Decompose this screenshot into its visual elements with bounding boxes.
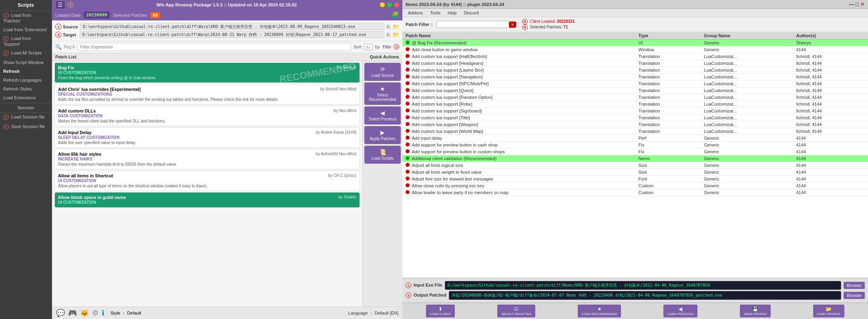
table-row[interactable]: Add custom lua support [Weapon] Translat… bbox=[402, 121, 868, 128]
table-row[interactable]: Add custom lua support [NPC/Mob/Pet] Tra… bbox=[402, 80, 868, 87]
output-patched-browse-btn[interactable]: Browse bbox=[844, 292, 865, 299]
settings-icon[interactable]: ⚙ bbox=[92, 309, 98, 317]
source-copy-btn[interactable]: ⎘ bbox=[387, 24, 390, 30]
load-source-btn[interactable]: ⟳ Load Source bbox=[364, 63, 401, 81]
discord-icon[interactable]: 💬 bbox=[56, 309, 65, 317]
source-browse-btn[interactable]: 📁 bbox=[392, 24, 399, 30]
table-row[interactable]: Add custom lua support [Navigation] Tran… bbox=[402, 74, 868, 80]
target-copy-btn[interactable]: ⎘ bbox=[387, 32, 390, 38]
patch-item-wrap-5: Allow 65k hair styles by Ai4rei/AN Neo-M… bbox=[52, 149, 362, 169]
table-row[interactable]: Allow close cutin by pressing esc key Cu… bbox=[402, 183, 868, 189]
table-row[interactable]: Add custom lua support [Quest] Translati… bbox=[402, 87, 868, 94]
table-row[interactable]: Additional client validation (Recommende… bbox=[402, 155, 868, 162]
table-row[interactable]: Add custom lua support [World Map] Trans… bbox=[402, 128, 868, 135]
cell-group: Generic bbox=[701, 162, 793, 169]
patch-item-guild-name[interactable]: Allow blank space in guild name by Shakf… bbox=[54, 192, 360, 208]
right-min-btn[interactable]: — bbox=[849, 1, 854, 7]
table-row[interactable]: Allow leader to leave party if no member… bbox=[402, 189, 868, 196]
target-path-input[interactable] bbox=[80, 31, 384, 38]
table-row[interactable]: Add custom lua support [Signboard] Trans… bbox=[402, 108, 868, 114]
sort-label: Sort bbox=[354, 44, 362, 49]
load-profile-btn[interactable]: 📂 LOAD PROFILE bbox=[813, 305, 844, 317]
table-row[interactable]: Add custom lua support [Headgears] Trans… bbox=[402, 60, 868, 67]
table-row[interactable]: Adjust all fonts logical size Size Gener… bbox=[402, 162, 868, 169]
table-row[interactable]: @ Bug Fix (Recommended) UI Generic Shinr… bbox=[402, 40, 868, 46]
tools-menu[interactable]: Tools bbox=[427, 10, 444, 16]
table-row[interactable]: Add support for preview button in cash s… bbox=[402, 142, 868, 148]
circled-4: 4 bbox=[3, 114, 9, 120]
patch-item-dlls[interactable]: Add custom DLLs by Neo-Mind DATA CUSTOMI… bbox=[54, 106, 360, 126]
patch-item-wrap-7: Allow blank space in guild name by Shakf… bbox=[52, 192, 362, 208]
load-patches-menu[interactable]: 1 Load from 'Patches' bbox=[0, 11, 52, 25]
table-row[interactable]: Add support for preview button in custom… bbox=[402, 148, 868, 155]
table-row[interactable]: Adjust all fonts weight to fixed value S… bbox=[402, 169, 868, 176]
min-btn[interactable] bbox=[380, 2, 385, 7]
refresh-menu[interactable]: Refresh bbox=[0, 67, 52, 76]
right-table: Patch Name Type Group Name Author(s) @ B… bbox=[402, 32, 868, 278]
status-dot bbox=[406, 190, 410, 194]
info-icon[interactable]: ℹ bbox=[102, 309, 104, 317]
help-menu[interactable]: Help bbox=[444, 10, 460, 16]
table-row[interactable]: Add close button to game window Window G… bbox=[402, 46, 868, 53]
right-panel: Nemo 2023-04-24 (by 4144) :: plugin 2023… bbox=[402, 0, 868, 319]
puzzle-icon[interactable]: 🧩 bbox=[391, 11, 399, 19]
discord-menu[interactable]: Discord bbox=[461, 10, 482, 16]
selected-patches-circle: ③ bbox=[522, 24, 528, 30]
table-row[interactable]: Adjust font size for drawed text message… bbox=[402, 176, 868, 183]
load-extensions-item[interactable]: Load Extensions bbox=[0, 93, 52, 102]
title-sort[interactable]: Title bbox=[382, 44, 391, 49]
load-recommended-btn[interactable]: ★ LOAD RECOMMENDED bbox=[578, 305, 621, 317]
hamburger-icon[interactable]: ☰ bbox=[55, 0, 65, 9]
source-path-input[interactable] bbox=[80, 23, 384, 30]
cell-type: Nemo bbox=[635, 155, 701, 162]
filter-clear-btn[interactable]: ✕ bbox=[509, 22, 516, 28]
load-support-menu[interactable]: 2 Load from 'Support' bbox=[0, 34, 52, 48]
patch-filter-input[interactable] bbox=[437, 21, 509, 28]
load-previous-btn[interactable]: ◀ LOAD PREVIOUS bbox=[663, 305, 697, 317]
load-client-btn[interactable]: ⬆ LOAD CLIENT bbox=[426, 305, 455, 317]
select-previous-btn[interactable]: ◀ Select Previous bbox=[364, 106, 401, 124]
save-profile-btn[interactable]: 💾 SAVE PROFILE bbox=[740, 305, 771, 317]
select-recommended-btn[interactable]: ★ Select Recommended bbox=[364, 82, 401, 105]
sort-direction-btn[interactable]: ↑↓ bbox=[364, 44, 373, 50]
patch-item-bug-fix[interactable]: Bug Fix by Shinryo UI CUSTOMIZATION Fixe… bbox=[54, 62, 360, 83]
table-row[interactable]: Add custom lua support [Lapine Box] Tran… bbox=[402, 67, 868, 74]
load-session-menu[interactable]: 4 Load Session file bbox=[0, 112, 52, 122]
select-selected-btn[interactable]: ☑ SELECT SELECTED bbox=[497, 305, 535, 317]
table-row[interactable]: Add custom lua support [HatEffectInfo] T… bbox=[402, 53, 868, 60]
github-icon[interactable]: 🐱 bbox=[80, 309, 89, 317]
load-scripts-btn[interactable]: 📜 Load Scripts bbox=[364, 146, 401, 164]
load-all-scripts-menu[interactable]: 3 Load All Scripts bbox=[0, 48, 52, 58]
discord2-icon[interactable]: 🎮 bbox=[68, 309, 77, 317]
table-row[interactable]: Add custom lua support [Robe] Translatio… bbox=[402, 101, 868, 108]
refresh-languages-menu[interactable]: Refresh Languages bbox=[0, 76, 52, 84]
apply-patches-btn[interactable]: ▶ Apply Patches bbox=[364, 126, 401, 144]
bottom-input-section: 1 Input Exe File D:/workspace/Github/cas… bbox=[402, 278, 868, 303]
patch-item-shortcut[interactable]: Allow all Items in Shortcut by CH.C (jch… bbox=[54, 171, 360, 191]
cell-author: 4144 bbox=[793, 46, 868, 53]
table-row[interactable]: Add input delay Perf Generic 4144 bbox=[402, 135, 868, 142]
table-row[interactable]: Add custom lua support [Random Option] T… bbox=[402, 94, 868, 101]
target-circle: 3 bbox=[55, 32, 61, 38]
load-extensions-menu[interactable]: Load from 'Extensions' bbox=[0, 25, 52, 34]
right-close-btn[interactable]: ✕ bbox=[860, 1, 865, 7]
save-session-menu[interactable]: 5 Save Session file bbox=[0, 122, 52, 132]
refresh-styles-menu[interactable]: Refresh Styles bbox=[0, 84, 52, 93]
cell-name: Add custom lua support [Headgears] bbox=[402, 60, 635, 67]
input-exe-browse-btn[interactable]: Browse bbox=[844, 282, 865, 289]
patch-item-chris[interactable]: Add Chris' lua overrides [Experimental] … bbox=[54, 84, 360, 104]
close-btn[interactable] bbox=[394, 2, 399, 7]
target-browse-btn[interactable]: 📁 bbox=[392, 32, 399, 38]
col-group: Group Name bbox=[701, 32, 793, 40]
cell-type: Translation bbox=[635, 94, 701, 101]
addons-menu[interactable]: Addons bbox=[405, 10, 426, 16]
status-dot bbox=[406, 108, 410, 112]
show-script-window-menu[interactable]: Show Script Window bbox=[0, 58, 52, 67]
patch-item-input-delay[interactable]: Add Input Delay by Andrei Karas [4144] S… bbox=[54, 127, 360, 148]
max-btn[interactable] bbox=[387, 2, 392, 7]
patch-item-hair[interactable]: Allow 65k hair styles by Ai4rei/AN Neo-M… bbox=[54, 149, 360, 169]
status-dot bbox=[406, 136, 410, 140]
table-row[interactable]: Add custom lua support [Title] Translati… bbox=[402, 114, 868, 121]
filter-input[interactable] bbox=[77, 43, 351, 51]
right-max-btn[interactable]: □ bbox=[856, 1, 859, 7]
